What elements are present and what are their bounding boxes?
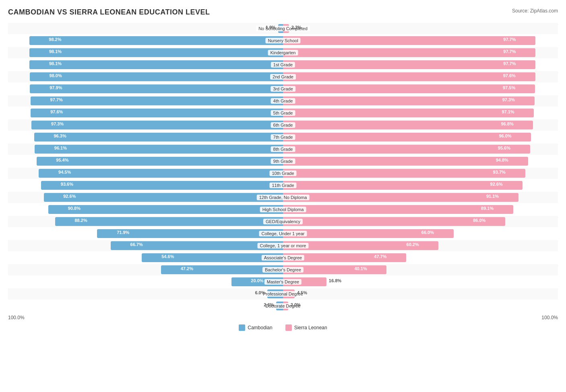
row-label: High School Diploma	[260, 207, 306, 212]
row-label: College, 1 year or more	[258, 243, 309, 248]
chart-row: 71.9%66.0%College, Under 1 year	[8, 228, 558, 239]
row-label: 10th Grade	[269, 170, 296, 176]
row-label: Kindergarten	[268, 50, 298, 55]
legend: Cambodian Sierra Leonean	[8, 324, 558, 331]
row-label: 11th Grade	[269, 183, 296, 188]
chart-row: 98.2%97.7%Nursery School	[8, 35, 558, 46]
legend-sierra-leonean-label: Sierra Leonean	[294, 325, 327, 330]
chart-row: 2.6%2.0%Doctorate Degree	[8, 300, 558, 312]
chart-row: 47.2%40.1%Bachelor's Degree	[8, 264, 558, 275]
chart-row: 98.1%97.7%1st Grade	[8, 59, 558, 70]
chart-row: 98.1%97.7%Kindergarten	[8, 47, 558, 58]
row-label: 5th Grade	[271, 110, 295, 116]
chart-row: 97.6%97.1%5th Grade	[8, 107, 558, 119]
row-label: 8th Grade	[271, 146, 295, 152]
chart-row: 97.3%96.8%6th Grade	[8, 119, 558, 131]
axis-left-label: 100.0%	[8, 315, 25, 320]
axis-labels: 100.0% 100.0%	[8, 315, 558, 320]
chart-source: Source: ZipAtlas.com	[512, 8, 558, 14]
sierra-leonean-color-box	[285, 324, 292, 331]
chart-row: 1.9%2.3%No Schooling Completed	[8, 23, 558, 34]
chart-row: 98.0%97.6%2nd Grade	[8, 71, 558, 82]
row-label: 2nd Grade	[270, 74, 296, 80]
legend-sierra-leonean: Sierra Leonean	[285, 324, 327, 331]
row-label: 3rd Grade	[271, 86, 295, 92]
row-label: 4th Grade	[271, 98, 295, 104]
chart-row: 95.4%94.8%9th Grade	[8, 156, 558, 167]
cambodian-color-box	[239, 324, 245, 331]
legend-cambodian-label: Cambodian	[248, 325, 272, 330]
chart-row: 90.8%89.1%High School Diploma	[8, 204, 558, 215]
chart-body: 1.9%2.3%No Schooling Completed98.2%97.7%…	[8, 23, 558, 312]
chart-row: 97.7%97.3%4th Grade	[8, 95, 558, 107]
chart-row: 92.6%91.1%12th Grade, No Diploma	[8, 192, 558, 203]
chart-row: 97.9%97.5%3rd Grade	[8, 83, 558, 94]
row-label: College, Under 1 year	[259, 231, 307, 236]
chart-row: 93.6%92.6%11th Grade	[8, 180, 558, 191]
chart-row: 88.2%86.0%GED/Equivalency	[8, 216, 558, 227]
chart-container: CAMBODIAN VS SIERRA LEONEAN EDUCATION LE…	[8, 8, 558, 331]
chart-row: 66.7%60.2%College, 1 year or more	[8, 240, 558, 251]
chart-row: 20.0%16.8%Master's Degree	[8, 276, 558, 287]
row-label: 12th Grade, No Diploma	[257, 195, 310, 200]
row-label: Associate's Degree	[262, 255, 304, 261]
axis-right-label: 100.0%	[541, 315, 558, 320]
row-label: 7th Grade	[271, 134, 295, 140]
row-label: 6th Grade	[271, 122, 295, 128]
chart-title: CAMBODIAN VS SIERRA LEONEAN EDUCATION LE…	[8, 8, 210, 16]
chart-row: 96.1%95.6%8th Grade	[8, 144, 558, 155]
legend-cambodian: Cambodian	[239, 324, 272, 331]
row-label: 1st Grade	[271, 62, 295, 68]
chart-row: 6.0%4.5%Professional Degree	[8, 288, 558, 300]
chart-row: 54.6%47.7%Associate's Degree	[8, 252, 558, 263]
chart-header: CAMBODIAN VS SIERRA LEONEAN EDUCATION LE…	[8, 8, 558, 16]
row-label: No Schooling Completed	[256, 26, 310, 31]
row-label: Nursery School	[265, 38, 300, 43]
chart-row: 94.5%93.7%10th Grade	[8, 168, 558, 179]
row-label: Master's Degree	[264, 279, 302, 285]
row-label: Bachelor's Degree	[262, 267, 304, 273]
chart-row: 96.3%96.0%7th Grade	[8, 131, 558, 143]
row-label: 9th Grade	[271, 158, 295, 164]
row-label: GED/Equivalency	[263, 219, 303, 224]
